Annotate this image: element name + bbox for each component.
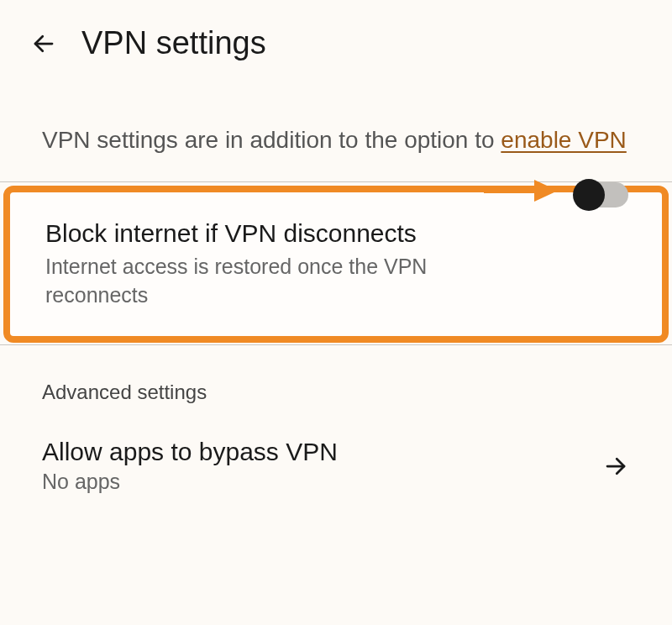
forward-arrow-icon xyxy=(601,452,630,481)
allow-bypass-row[interactable]: Allow apps to bypass VPN No apps xyxy=(0,438,672,519)
block-internet-setting[interactable]: Block internet if VPN disconnects Intern… xyxy=(45,219,484,310)
divider-top xyxy=(0,181,672,182)
block-internet-subtitle: Internet access is restored once the VPN… xyxy=(45,253,482,310)
advanced-section: Advanced settings xyxy=(0,345,672,438)
allow-bypass-subtitle: No apps xyxy=(42,470,601,494)
annotation-arrow-icon xyxy=(484,182,559,199)
page-title: VPN settings xyxy=(81,25,266,61)
header-bar: VPN settings xyxy=(0,0,672,78)
block-internet-toggle[interactable] xyxy=(575,182,628,207)
advanced-settings-header: Advanced settings xyxy=(42,381,630,404)
intro-text-before: VPN settings are in addition to the opti… xyxy=(42,127,501,153)
allow-bypass-title: Allow apps to bypass VPN xyxy=(42,438,601,466)
toggle-knob xyxy=(573,179,605,211)
intro-text: VPN settings are in addition to the opti… xyxy=(0,78,672,181)
svg-marker-2 xyxy=(534,180,558,202)
highlight-annotation: Block internet if VPN disconnects Intern… xyxy=(3,186,669,344)
back-arrow-icon[interactable] xyxy=(29,29,58,58)
block-internet-title: Block internet if VPN disconnects xyxy=(45,219,484,248)
enable-vpn-link[interactable]: enable VPN xyxy=(501,127,626,153)
